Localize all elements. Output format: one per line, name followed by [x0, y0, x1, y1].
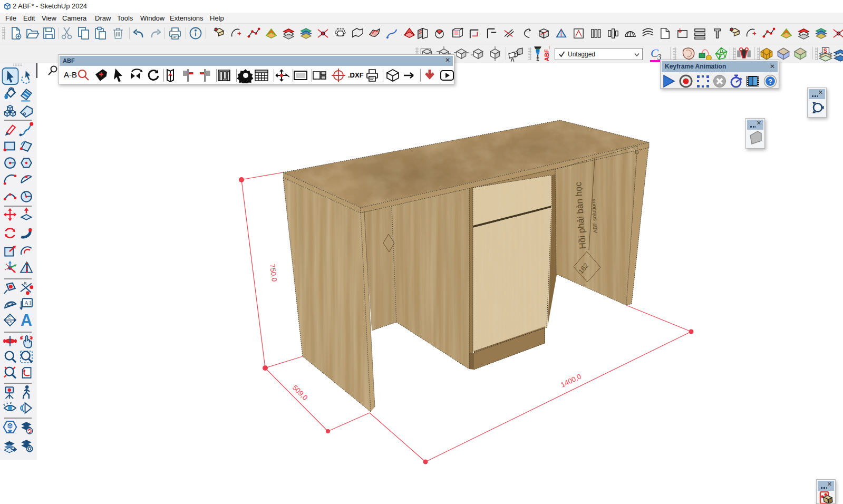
svg-text:?: ?	[768, 77, 772, 85]
svg-text:A-B: A-B	[7, 321, 12, 324]
svg-text:C: C	[8, 316, 11, 319]
svg-text:ABF_: ABF_	[544, 45, 550, 61]
svg-text:5: 5	[24, 280, 27, 286]
svg-text:509,0: 509,0	[291, 384, 309, 402]
svg-text:A: A	[21, 311, 32, 329]
svg-text:750,0: 750,0	[268, 264, 278, 282]
svg-text:S: S	[823, 47, 827, 54]
svg-text:A1: A1	[24, 300, 32, 307]
